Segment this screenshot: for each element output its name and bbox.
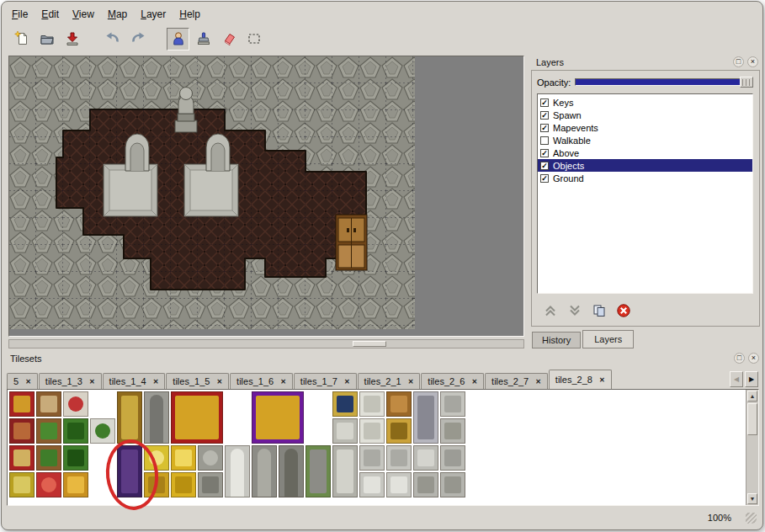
move-layer-down-button[interactable]	[566, 301, 584, 320]
layer-row-objects[interactable]: ✓Objects	[538, 159, 752, 172]
palette-tile[interactable]	[63, 445, 88, 471]
layer-visibility-checkbox[interactable]: ✓	[540, 124, 549, 132]
menu-item-file[interactable]: File	[5, 6, 35, 23]
palette-tile[interactable]	[36, 472, 61, 497]
palette-tile[interactable]	[9, 391, 35, 417]
layer-row-mapevents[interactable]: ✓Mapevents	[538, 121, 752, 134]
menu-item-edit[interactable]: Edit	[35, 6, 66, 23]
palette-tile[interactable]	[144, 472, 169, 497]
palette-tile[interactable]	[279, 445, 304, 497]
close-panel-icon[interactable]: ×	[748, 353, 759, 364]
palette-tile[interactable]	[440, 445, 465, 471]
palette-tile[interactable]	[9, 445, 35, 471]
rect-select-tool-button[interactable]	[242, 28, 265, 51]
palette-tile[interactable]	[413, 391, 438, 444]
palette-tile[interactable]	[359, 418, 385, 444]
layer-row-ground[interactable]: ✓Ground	[538, 172, 752, 184]
palette-tile[interactable]	[413, 445, 438, 471]
palette-tile[interactable]	[359, 472, 385, 497]
tileset-tab-tiles_2_1[interactable]: tiles_2_1✕	[358, 373, 421, 389]
palette-tile[interactable]	[386, 418, 412, 444]
palette-tile[interactable]	[63, 391, 88, 417]
delete-layer-button[interactable]	[614, 301, 633, 320]
palette-tile[interactable]	[359, 445, 385, 471]
layer-visibility-checkbox[interactable]: ✓	[540, 174, 549, 183]
palette-tile[interactable]	[252, 391, 304, 444]
close-tab-icon[interactable]: ✕	[280, 378, 286, 386]
palette-tile[interactable]	[144, 391, 169, 444]
save-file-button[interactable]	[61, 28, 83, 51]
close-tab-icon[interactable]: ✕	[599, 376, 605, 384]
tileset-tab-tiles_1_4[interactable]: tiles_1_4✕	[103, 373, 166, 389]
layer-visibility-checkbox[interactable]: ✓	[540, 162, 549, 170]
palette-tile[interactable]	[198, 472, 223, 497]
close-panel-icon[interactable]: ×	[747, 56, 758, 67]
layer-visibility-checkbox[interactable]: ✓	[540, 98, 549, 107]
palette-tile[interactable]	[386, 472, 412, 497]
palette-tile[interactable]	[386, 445, 412, 471]
scroll-tabs-left-button[interactable]: ◀	[730, 371, 743, 387]
palette-vertical-scrollbar[interactable]: ▲ ▼	[746, 390, 758, 505]
palette-tile[interactable]	[440, 418, 465, 444]
map-horizontal-scrollbar[interactable]	[8, 339, 524, 348]
layer-visibility-checkbox[interactable]: ✓	[540, 111, 549, 120]
scrollbar-thumb[interactable]	[353, 341, 386, 347]
palette-tile[interactable]	[305, 445, 331, 497]
map-viewport[interactable]	[8, 56, 524, 337]
layer-visibility-checkbox[interactable]: ✓	[540, 149, 549, 157]
scroll-up-arrow[interactable]: ▲	[747, 391, 757, 402]
palette-tile[interactable]	[440, 391, 465, 417]
redo-button[interactable]	[126, 28, 149, 51]
layer-visibility-checkbox[interactable]	[540, 136, 549, 145]
palette-tile[interactable]	[63, 472, 88, 497]
open-file-button[interactable]	[35, 28, 58, 51]
map-canvas[interactable]	[9, 56, 415, 329]
eraser-tool-button[interactable]	[217, 28, 240, 51]
tileset-tab-tiles_2_7[interactable]: tiles_2_7✕	[485, 373, 548, 389]
undo-button[interactable]	[101, 28, 124, 51]
opacity-slider-handle[interactable]	[740, 77, 753, 88]
palette-tile[interactable]	[9, 472, 35, 497]
palette-tile[interactable]	[63, 418, 88, 444]
tileset-palette[interactable]: ▲ ▼	[7, 389, 759, 506]
palette-tile[interactable]	[36, 391, 61, 417]
scrollbar-thumb[interactable]	[747, 403, 757, 435]
palette-tile[interactable]	[9, 418, 35, 444]
palette-tile[interactable]	[171, 472, 196, 497]
close-tab-icon[interactable]: ✕	[408, 378, 414, 386]
palette-tile[interactable]	[332, 391, 358, 417]
palette-tile[interactable]	[171, 445, 196, 471]
tab-layers[interactable]: Layers	[582, 330, 634, 348]
close-tab-icon[interactable]: ✕	[89, 378, 95, 386]
palette-tile[interactable]	[332, 445, 358, 497]
palette-tile[interactable]	[117, 445, 142, 497]
layer-row-above[interactable]: ✓Above	[538, 146, 752, 159]
tileset-tab-tiles_2_8[interactable]: tiles_2_8✕	[549, 370, 612, 389]
tileset-tab-tiles_1_7[interactable]: tiles_1_7✕	[294, 373, 357, 389]
palette-tile[interactable]	[413, 472, 438, 497]
float-panel-icon[interactable]: □	[734, 353, 745, 364]
float-panel-icon[interactable]: □	[733, 56, 744, 67]
tileset-palette-tiles[interactable]	[9, 391, 745, 505]
new-file-button[interactable]	[10, 28, 33, 51]
tileset-tab-tiles_1_6[interactable]: tiles_1_6✕	[230, 373, 293, 389]
tileset-tab-tiles_1_3[interactable]: tiles_1_3✕	[39, 373, 102, 389]
palette-tile[interactable]	[252, 445, 277, 497]
menu-item-map[interactable]: Map	[101, 6, 134, 23]
fill-tool-button[interactable]	[192, 28, 215, 51]
duplicate-layer-button[interactable]	[590, 301, 608, 320]
move-layer-up-button[interactable]	[541, 301, 560, 320]
palette-tile[interactable]	[144, 445, 169, 471]
palette-tile[interactable]	[386, 391, 412, 417]
character-stamp-tool-button[interactable]	[167, 28, 189, 51]
close-tab-icon[interactable]: ✕	[535, 378, 541, 386]
menu-item-layer[interactable]: Layer	[134, 6, 173, 23]
menu-item-view[interactable]: View	[66, 6, 101, 23]
close-tab-icon[interactable]: ✕	[344, 378, 350, 386]
tileset-tab-5[interactable]: 5✕	[7, 373, 38, 389]
scroll-down-arrow[interactable]: ▼	[747, 493, 757, 504]
tileset-tab-tiles_2_6[interactable]: tiles_2_6✕	[421, 373, 484, 389]
palette-tile[interactable]	[225, 445, 250, 497]
palette-tile[interactable]	[198, 445, 223, 471]
palette-tile[interactable]	[90, 418, 115, 444]
